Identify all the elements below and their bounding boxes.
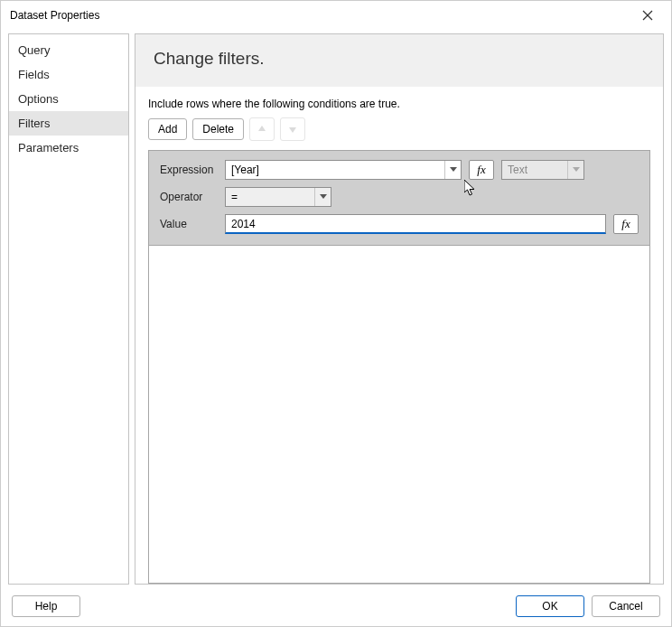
operator-value: = [226,191,314,203]
chevron-down-icon [567,161,583,179]
expression-line: Expression [Year] fx Text [160,160,639,180]
sidebar-item-fields[interactable]: Fields [9,62,128,87]
value-label: Value [160,218,218,230]
expression-dropdown[interactable]: [Year] [225,160,462,180]
expression-fx-button[interactable]: fx [469,160,494,180]
value-line: Value fx [160,214,639,234]
operator-line: Operator = [160,187,639,207]
sidebar: Query Fields Options Filters Parameters [8,33,129,585]
sidebar-item-options[interactable]: Options [9,87,128,111]
footer: Help OK Cancel [1,586,671,626]
value-fx-button[interactable]: fx [613,214,639,234]
body: Query Fields Options Filters Parameters … [1,30,671,585]
type-value: Text [502,164,567,176]
sidebar-item-query[interactable]: Query [9,38,128,62]
chevron-down-icon [314,188,331,206]
operator-label: Operator [160,191,218,203]
instruction-text: Include rows where the following conditi… [148,98,650,110]
expression-value: [Year] [226,164,444,176]
chevron-down-icon [444,161,461,179]
ok-button[interactable]: OK [516,595,584,617]
sidebar-item-parameters[interactable]: Parameters [9,136,128,160]
filter-list: Expression [Year] fx Text Operato [148,150,650,584]
sidebar-item-filters[interactable]: Filters [9,111,128,136]
arrow-down-icon [287,124,298,135]
value-input[interactable] [225,214,606,234]
header-band: Change filters. [135,34,663,87]
titlebar: Dataset Properties [1,1,671,30]
filter-row[interactable]: Expression [Year] fx Text Operato [149,151,649,246]
section: Include rows where the following conditi… [135,87,663,584]
move-up-button[interactable] [249,117,275,141]
operator-dropdown[interactable]: = [225,187,331,207]
page-title: Change filters. [154,49,645,69]
main-panel: Change filters. Include rows where the f… [135,33,664,585]
arrow-up-icon [257,124,267,135]
toolbar: Add Delete [148,117,650,141]
expression-label: Expression [160,164,218,176]
help-button[interactable]: Help [12,595,80,617]
close-icon [642,10,653,21]
add-button[interactable]: Add [148,118,187,140]
type-dropdown[interactable]: Text [501,160,584,180]
delete-button[interactable]: Delete [192,118,244,140]
move-down-button[interactable] [280,117,305,141]
close-button[interactable] [630,3,666,28]
cancel-button[interactable]: Cancel [592,595,660,617]
dialog-title: Dataset Properties [10,9,99,22]
